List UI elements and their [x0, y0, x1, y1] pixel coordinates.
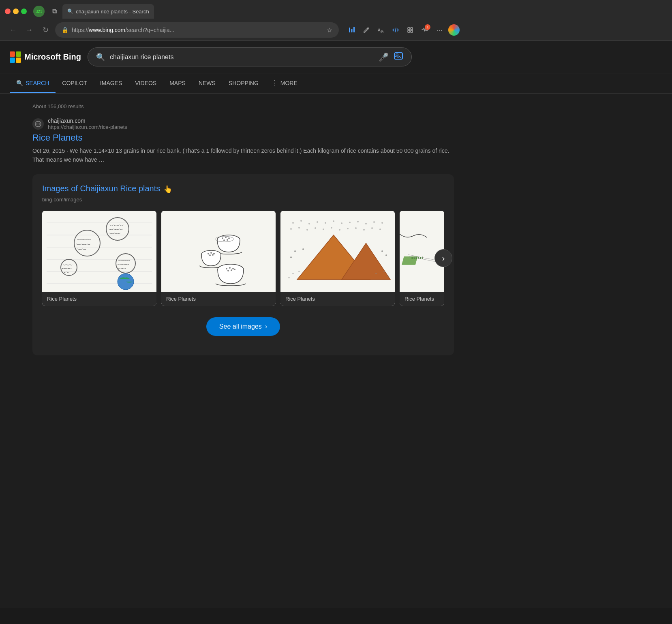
- bing-page: Microsoft Bing 🔍 chaijiaxun rice planets…: [0, 41, 672, 608]
- svg-rect-1: [351, 29, 353, 32]
- svg-point-78: [290, 256, 292, 258]
- bing-logo[interactable]: Microsoft Bing: [10, 51, 81, 63]
- svg-point-56: [373, 221, 375, 223]
- svg-point-77: [302, 248, 304, 250]
- svg-point-36: [213, 253, 215, 254]
- svg-point-69: [379, 229, 381, 230]
- nav-images[interactable]: IMAGES: [94, 74, 128, 93]
- next-images-button[interactable]: ›: [434, 249, 452, 267]
- bing-logo-text: Microsoft Bing: [24, 52, 81, 62]
- svg-rect-6: [411, 28, 413, 30]
- nav-more-label: MORE: [280, 80, 297, 86]
- close-button[interactable]: [5, 9, 11, 14]
- fullscreen-button[interactable]: [21, 9, 27, 14]
- svg-point-29: [225, 237, 227, 238]
- extensions-puzzle-icon[interactable]: [404, 24, 417, 36]
- image-card-3[interactable]: Rice Planets: [280, 211, 395, 306]
- copy-tabs-icon[interactable]: ⧉: [49, 6, 59, 16]
- svg-point-51: [333, 220, 334, 222]
- search-bar[interactable]: 🔍 chaijiaxun rice planets 🎤: [88, 47, 412, 66]
- nav-more[interactable]: ⋮ MORE: [265, 73, 304, 93]
- active-tab[interactable]: 🔍 chaijiaxun rice planets - Search: [62, 4, 154, 19]
- nav-images-label: IMAGES: [100, 80, 122, 86]
- image-card-2[interactable]: Rice Planets: [161, 211, 276, 306]
- nav-copilot[interactable]: COPILOT: [56, 74, 93, 93]
- result-source: chaijiaxun.com https://chaijiaxun.com/ri…: [32, 118, 454, 130]
- nav-copilot-label: COPILOT: [62, 80, 87, 86]
- svg-text:A: A: [378, 28, 381, 32]
- profile-avatar: [448, 24, 460, 36]
- edit-icon[interactable]: [360, 24, 373, 36]
- image-card-1[interactable]: Rice Planets: [42, 211, 156, 306]
- result-title[interactable]: Rice Planets: [32, 132, 454, 143]
- bing-header: Microsoft Bing 🔍 chaijiaxun rice planets…: [0, 41, 672, 73]
- svg-point-32: [223, 239, 225, 241]
- results-count: About 156,000 results: [32, 103, 454, 109]
- refresh-button[interactable]: ↻: [39, 24, 52, 36]
- svg-point-50: [325, 222, 326, 224]
- image-grid: Rice Planets: [42, 211, 444, 306]
- forward-button[interactable]: →: [23, 24, 36, 36]
- svg-rect-87: [422, 256, 423, 259]
- more-options-button[interactable]: ···: [433, 24, 446, 36]
- image-caption-2: Rice Planets: [161, 292, 276, 306]
- logo-yellow: [16, 58, 21, 63]
- more-dots-icon: ⋮: [272, 79, 278, 87]
- image-search-icon[interactable]: [394, 51, 403, 63]
- search-icon: 🔍: [96, 53, 105, 62]
- see-all-images-button[interactable]: See all images ›: [206, 317, 280, 336]
- svg-point-22: [61, 259, 77, 276]
- tab-title: chaijiaxun rice planets - Search: [76, 9, 149, 15]
- performance-icon[interactable]: 1: [418, 24, 431, 36]
- svg-rect-8: [411, 30, 413, 32]
- translate-icon[interactable]: A あ: [375, 24, 387, 36]
- svg-rect-7: [408, 30, 410, 32]
- svg-point-80: [385, 254, 387, 256]
- svg-point-37: [209, 254, 211, 256]
- image-thumb-2: [161, 211, 276, 292]
- svg-point-65: [347, 228, 349, 229]
- image-results-source: bing.com/images: [42, 197, 444, 203]
- svg-point-79: [381, 250, 383, 252]
- result-domain: chaijiaxun.com: [48, 118, 127, 124]
- voice-search-icon[interactable]: 🎤: [379, 52, 389, 62]
- dev-tools-icon[interactable]: [389, 24, 402, 36]
- nav-news[interactable]: NEWS: [192, 74, 222, 93]
- result-favicon: [32, 118, 44, 130]
- image-caption-1: Rice Planets: [42, 292, 156, 306]
- minimize-button[interactable]: [13, 9, 19, 14]
- nav-shopping[interactable]: SHOPPING: [222, 74, 265, 93]
- image-results-link[interactable]: Images of Chaijiaxun Rice plants: [42, 184, 160, 193]
- bookmark-icon[interactable]: ☆: [327, 26, 332, 34]
- browser-chrome: 321 ⧉ 🔍 chaijiaxun rice planets - Search…: [0, 0, 672, 41]
- nav-maps-label: MAPS: [169, 80, 186, 86]
- svg-point-73: [375, 273, 377, 274]
- back-button[interactable]: ←: [6, 24, 19, 36]
- svg-rect-5: [408, 28, 410, 30]
- search-input[interactable]: chaijiaxun rice planets: [110, 53, 374, 61]
- image-thumb-3: [280, 211, 395, 292]
- svg-point-49: [317, 221, 318, 223]
- nav-news-label: NEWS: [199, 80, 216, 86]
- logo-green: [16, 51, 21, 57]
- extensions-icon[interactable]: [345, 24, 358, 36]
- svg-point-42: [232, 268, 234, 269]
- nav-videos[interactable]: VIDEOS: [128, 74, 163, 93]
- svg-point-28: [222, 237, 223, 239]
- tab-bar: 321 ⧉ 🔍 chaijiaxun rice planets - Search: [0, 0, 672, 19]
- nav-maps[interactable]: MAPS: [163, 74, 192, 93]
- svg-point-55: [365, 223, 367, 224]
- address-bar[interactable]: 🔒 https://www.bing.com/search?q=chaijia.…: [55, 22, 339, 38]
- profile-button[interactable]: [447, 24, 460, 36]
- url-display: https://www.bing.com/search?q=chaijia...: [72, 27, 323, 33]
- nav-search[interactable]: 🔍 SEARCH: [10, 74, 56, 93]
- bing-nav: 🔍 SEARCH COPILOT IMAGES VIDEOS MAPS NEWS…: [0, 73, 672, 94]
- image-results-title-row: Images of Chaijiaxun Rice plants 👆: [42, 184, 444, 195]
- toolbar-icons: A あ: [345, 24, 460, 36]
- traffic-lights: [5, 9, 27, 14]
- svg-point-31: [227, 239, 228, 241]
- svg-point-47: [300, 220, 302, 222]
- svg-point-76: [294, 250, 296, 252]
- image-thumb-1: [42, 211, 156, 292]
- see-all-arrow-icon: ›: [265, 323, 267, 330]
